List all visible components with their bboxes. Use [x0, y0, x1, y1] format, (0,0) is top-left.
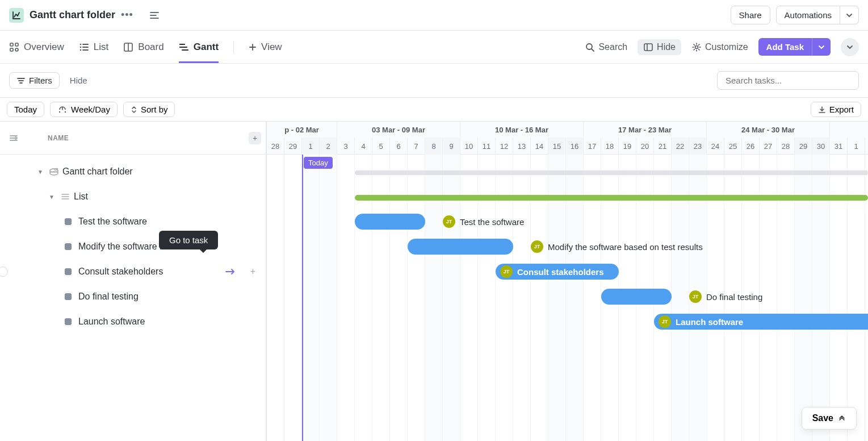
hide-filter-button[interactable]: Hide — [70, 76, 87, 85]
task-row[interactable]: Do final testing — [0, 284, 266, 309]
week-header: 17 Mar - 23 Mar — [584, 122, 707, 138]
more-menu-button[interactable] — [841, 38, 859, 56]
day-header: 11 — [478, 138, 496, 155]
task-row[interactable]: Modify the software b Go to task — [0, 234, 266, 259]
share-button[interactable]: Share — [731, 6, 770, 24]
tab-overview[interactable]: Overview — [9, 31, 64, 63]
topbar-right: Share Automations — [731, 6, 859, 24]
automations-button[interactable]: Automations — [776, 6, 840, 24]
tab-list[interactable]: List — [79, 31, 108, 63]
task-bar[interactable] — [601, 289, 672, 305]
filters-button[interactable]: Filters — [9, 72, 60, 89]
day-header: 15 — [548, 138, 566, 155]
gantt-row: JT Do final testing — [267, 284, 868, 309]
topbar: Gantt chart folder ••• Share Automations — [0, 0, 868, 31]
task-bar[interactable]: JT Consult stakeholders — [496, 264, 619, 280]
hide-action[interactable]: Hide — [638, 39, 681, 55]
name-column-header: NAME — [48, 134, 69, 142]
more-icon[interactable]: ••• — [121, 9, 133, 21]
task-row[interactable]: Consult stakeholders + — [0, 259, 266, 284]
hide-icon — [643, 42, 653, 52]
filter-bar: Filters Hide — [0, 64, 868, 98]
status-icon — [65, 243, 72, 250]
gantt-row: JT Test the software — [267, 209, 868, 234]
avatar[interactable]: JT — [531, 240, 543, 253]
task-label: JT Test the software — [443, 215, 524, 228]
task-row[interactable]: Launch software — [0, 309, 266, 334]
status-icon — [65, 218, 72, 225]
week-header: 24 Mar - 30 Mar — [707, 122, 830, 138]
day-header: 7 — [408, 138, 425, 155]
go-to-task-icon[interactable] — [225, 268, 236, 276]
page-title[interactable]: Gantt chart folder — [30, 9, 115, 21]
gantt-header: p - 02 Mar03 Mar - 09 Mar10 Mar - 16 Mar… — [267, 122, 868, 155]
tab-gantt[interactable]: Gantt — [179, 31, 219, 63]
add-subtask-icon[interactable]: + — [250, 267, 255, 277]
tabs-right: Search Hide Customize Add Task — [585, 38, 859, 56]
week-header: 03 Mar - 09 Mar — [337, 122, 460, 138]
tab-divider — [233, 41, 234, 53]
task-bar[interactable] — [408, 239, 513, 255]
reorder-icon[interactable] — [9, 134, 19, 142]
export-icon — [818, 106, 826, 114]
day-header: 14 — [531, 138, 548, 155]
avatar[interactable]: JT — [659, 315, 671, 328]
task-row[interactable]: Test the software — [0, 209, 266, 234]
day-header: 18 — [601, 138, 619, 155]
week-header: 10 Mar - 16 Mar — [460, 122, 584, 138]
add-column-button[interactable]: + — [249, 132, 261, 144]
zoom-icon — [57, 106, 68, 114]
search-action[interactable]: Search — [585, 42, 627, 52]
tab-board[interactable]: Board — [123, 31, 163, 63]
gantt-chart[interactable]: p - 02 Mar03 Mar - 09 Mar10 Mar - 16 Mar… — [267, 122, 868, 441]
svg-point-12 — [65, 111, 66, 112]
add-task-button[interactable]: Add Task — [758, 38, 812, 56]
toolbar-left: Today Week/Day Sort by — [7, 102, 175, 117]
tabs-left: Overview List Board Gantt View — [9, 31, 282, 63]
avatar[interactable]: JT — [689, 290, 702, 303]
list-summary-bar[interactable] — [355, 195, 868, 201]
day-header: 21 — [654, 138, 672, 155]
avatar[interactable]: JT — [500, 265, 513, 278]
gantt-body[interactable]: Today JT Test the software — [267, 155, 868, 441]
sortby-button[interactable]: Sort by — [123, 102, 175, 117]
day-header: 4 — [355, 138, 372, 155]
task-bar[interactable] — [355, 214, 425, 230]
task-bar[interactable]: JT Launch software — [654, 314, 868, 330]
svg-point-5 — [80, 46, 82, 48]
day-header: 23 — [689, 138, 707, 155]
weekday-button[interactable]: Week/Day — [50, 102, 118, 117]
add-view-button[interactable]: View — [249, 31, 282, 63]
export-button[interactable]: Export — [811, 102, 861, 117]
folder-summary-bar[interactable] — [355, 170, 868, 175]
chevron-down-icon: ▼ — [37, 169, 45, 175]
automations-chevron[interactable] — [840, 6, 859, 24]
row-select-circle[interactable] — [0, 267, 8, 277]
gantt-toolbar: Today Week/Day Sort by Export — [0, 98, 868, 122]
day-header: 1 — [302, 138, 320, 155]
customize-action[interactable]: Customize — [691, 42, 748, 52]
list-icon — [60, 193, 70, 201]
add-task-chevron[interactable] — [812, 38, 831, 56]
today-button[interactable]: Today — [7, 102, 44, 117]
summary-row — [267, 160, 868, 185]
day-header: 26 — [742, 138, 760, 155]
day-header: 5 — [372, 138, 390, 155]
avatar[interactable]: JT — [443, 215, 455, 228]
svg-point-3 — [15, 48, 18, 51]
topbar-left: Gantt chart folder ••• — [9, 8, 160, 23]
day-header: 29 — [795, 138, 812, 155]
svg-rect-1 — [15, 43, 18, 46]
folder-row[interactable]: ▼ Gantt chart folder — [0, 159, 266, 184]
status-icon — [65, 293, 72, 300]
search-tasks-input[interactable] — [717, 71, 859, 90]
day-header: 9 — [443, 138, 460, 155]
go-to-task-tooltip: Go to task — [159, 231, 218, 249]
status-icon — [65, 268, 72, 275]
add-task-group: Add Task — [758, 38, 831, 56]
svg-point-4 — [80, 43, 82, 45]
save-button[interactable]: Save — [802, 407, 857, 430]
sort-icon — [131, 106, 137, 114]
list-row[interactable]: ▼ List — [0, 184, 266, 209]
collapse-icon[interactable] — [149, 11, 160, 19]
